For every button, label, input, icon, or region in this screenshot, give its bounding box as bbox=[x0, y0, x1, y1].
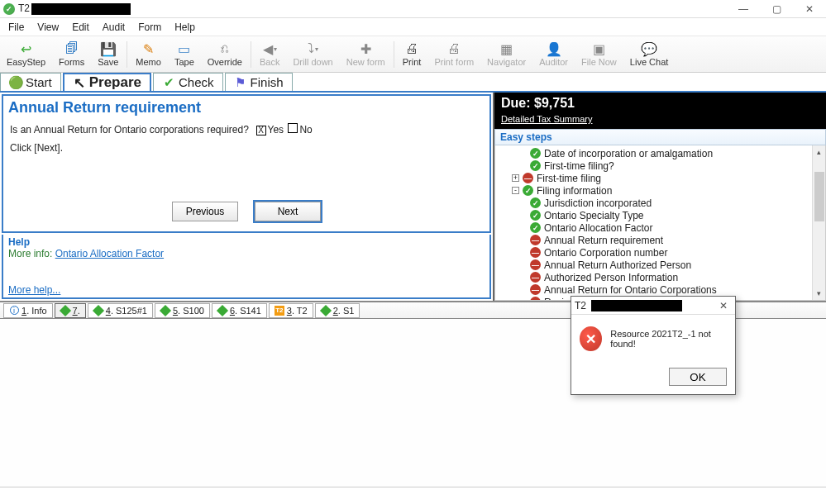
diamond-icon bbox=[320, 304, 332, 316]
check-icon: ✔ bbox=[162, 76, 175, 89]
form-tab-6s141[interactable]: 6. S141 bbox=[212, 303, 267, 318]
titlebar: T2 — ▢ ✕ bbox=[0, 0, 826, 18]
dialog-title-redacted bbox=[591, 300, 682, 311]
tree-item[interactable]: —Annual Return for Ontario Corporations bbox=[495, 283, 825, 296]
info-icon: i bbox=[10, 306, 19, 315]
dialog-close-button[interactable]: ✕ bbox=[712, 300, 735, 311]
next-button[interactable]: Next bbox=[255, 202, 321, 221]
steptab-check[interactable]: ✔Check bbox=[153, 73, 223, 91]
tree-scrollbar[interactable]: ▴ ▾ bbox=[812, 145, 825, 300]
help-panel: Help More info: Ontario Allocation Facto… bbox=[2, 235, 491, 299]
diamond-icon bbox=[217, 304, 228, 316]
start-icon: 🟢 bbox=[9, 76, 22, 89]
menu-view[interactable]: View bbox=[31, 20, 65, 35]
expand-icon[interactable]: + bbox=[512, 174, 519, 182]
tree-label: Annual Return for Ontario Corporations bbox=[544, 284, 717, 296]
tree-label: Filing information bbox=[537, 185, 612, 197]
tree-item[interactable]: —Ontario Corporation number bbox=[495, 246, 825, 259]
menu-form[interactable]: Form bbox=[131, 20, 168, 35]
toolbar-save[interactable]: 💾Save bbox=[91, 36, 125, 73]
minimize-button[interactable]: — bbox=[727, 0, 760, 18]
menu-audit[interactable]: Audit bbox=[96, 20, 131, 35]
cursor-icon: ↖ bbox=[73, 76, 86, 89]
toolbar-live-chat[interactable]: 💬Live Chat bbox=[623, 36, 675, 73]
dialog-title-prefix: T2 bbox=[575, 300, 586, 311]
form-tab-7[interactable]: 7. bbox=[55, 303, 86, 318]
toolbar-back: ◀▾Back bbox=[253, 36, 286, 73]
tree-item[interactable]: -✓Filing information bbox=[495, 184, 825, 197]
form-tab-5s100[interactable]: 5. S100 bbox=[155, 303, 210, 318]
check-icon: ✓ bbox=[530, 160, 541, 171]
steptab-prepare[interactable]: ↖Prepare bbox=[63, 73, 151, 91]
tree-label: Ontario Corporation number bbox=[544, 247, 667, 259]
previous-button[interactable]: Previous bbox=[172, 202, 238, 221]
menubar: FileViewEditAuditFormHelp bbox=[0, 18, 826, 36]
scroll-down-icon[interactable]: ▾ bbox=[813, 287, 825, 300]
toolbar-print[interactable]: 🖨Print bbox=[396, 36, 428, 73]
app-icon bbox=[3, 3, 15, 15]
label-no: No bbox=[299, 124, 312, 136]
tree-item[interactable]: ✓Date of incorporation or amalgamation bbox=[495, 147, 825, 159]
tree-item[interactable]: ✓Jurisdiction incorporated bbox=[495, 197, 825, 209]
tree-item[interactable]: —Annual Return Authorized Person bbox=[495, 259, 825, 271]
tree-item[interactable]: ✓Ontario Specialty Type bbox=[495, 209, 825, 221]
error-icon bbox=[580, 326, 602, 351]
check-icon: ✓ bbox=[530, 222, 541, 233]
flag-icon: ⚑ bbox=[234, 76, 247, 89]
toolbar-override[interactable]: ⎌Override bbox=[201, 36, 249, 73]
checkbox-no[interactable] bbox=[288, 123, 298, 133]
form-tab-1info[interactable]: i1. Info bbox=[3, 303, 53, 318]
more-info-label: More info: bbox=[8, 248, 52, 259]
maximize-button[interactable]: ▢ bbox=[760, 0, 793, 18]
menu-file[interactable]: File bbox=[2, 20, 31, 35]
steps-tree[interactable]: ✓Date of incorporation or amalgamation✓F… bbox=[494, 145, 826, 301]
error-dialog: T2 ✕ Resource 2021T2_-1 not found! OK bbox=[571, 296, 736, 395]
toolbar-easystep[interactable]: ↩EasyStep bbox=[0, 36, 52, 73]
app-title: T2 bbox=[18, 2, 131, 15]
tree-item[interactable]: —Authorized Person Information bbox=[495, 271, 825, 283]
step-tabs: 🟢Start↖Prepare✔Check⚑Finish bbox=[0, 73, 826, 93]
tree-label: Ontario Specialty Type bbox=[544, 210, 644, 221]
diamond-icon bbox=[160, 304, 171, 316]
tree-item[interactable]: +—First-time filing bbox=[495, 172, 825, 184]
menu-help[interactable]: Help bbox=[168, 20, 202, 35]
dialog-ok-button[interactable]: OK bbox=[669, 368, 727, 386]
steptab-start[interactable]: 🟢Start bbox=[0, 73, 61, 91]
check-icon: ✓ bbox=[530, 197, 541, 208]
toolbar-auditor: 👤Auditor bbox=[532, 36, 575, 73]
toolbar-print-form: 🖨Print form bbox=[427, 36, 480, 73]
expand-icon[interactable]: - bbox=[512, 187, 519, 194]
scroll-up-icon[interactable]: ▴ bbox=[813, 145, 825, 159]
checkbox-yes[interactable]: X bbox=[256, 126, 266, 136]
question-row: Is an Annual Return for Ontario corporat… bbox=[10, 123, 483, 136]
toolbar-memo[interactable]: ✎Memo bbox=[129, 36, 168, 73]
tree-item[interactable]: ✓First-time filing? bbox=[495, 159, 825, 172]
toolbar-drill-down: ⤵▾Drill down bbox=[286, 36, 339, 73]
steptab-finish[interactable]: ⚑Finish bbox=[225, 73, 293, 91]
form-tab-3t2[interactable]: T23. T2 bbox=[269, 303, 313, 318]
menu-edit[interactable]: Edit bbox=[65, 20, 96, 35]
panel-title: Annual Return requirement bbox=[3, 96, 489, 120]
close-button[interactable]: ✕ bbox=[793, 0, 826, 18]
tree-label: Ontario Allocation Factor bbox=[544, 222, 652, 234]
dialog-titlebar[interactable]: T2 ✕ bbox=[571, 297, 735, 315]
form-tab-4s1251[interactable]: 4. S125#1 bbox=[88, 303, 153, 318]
tree-item[interactable]: —Annual Return requirement bbox=[495, 234, 825, 246]
toolbar-forms[interactable]: 🗐Forms bbox=[52, 36, 91, 73]
main-panel: Annual Return requirement Is an Annual R… bbox=[2, 94, 491, 233]
dialog-message: Resource 2021T2_-1 not found! bbox=[610, 329, 727, 349]
diamond-icon bbox=[93, 304, 104, 316]
more-help-link[interactable]: More help... bbox=[8, 284, 485, 296]
help-link[interactable]: Ontario Allocation Factor bbox=[55, 248, 164, 259]
detailed-tax-summary-link[interactable]: Detailed Tax Summary bbox=[501, 114, 592, 124]
check-icon: ✓ bbox=[530, 210, 541, 221]
warning-icon: — bbox=[530, 284, 541, 295]
warning-icon: — bbox=[530, 259, 541, 270]
tree-item[interactable]: ✓Ontario Allocation Factor bbox=[495, 221, 825, 234]
form-tab-2s1[interactable]: 2. S1 bbox=[315, 303, 360, 318]
warning-icon: — bbox=[523, 173, 533, 183]
scroll-thumb[interactable] bbox=[814, 172, 824, 221]
toolbar-tape[interactable]: ▭Tape bbox=[168, 36, 201, 73]
tree-label: Authorized Person Information bbox=[544, 272, 678, 283]
redacted-title bbox=[31, 3, 131, 15]
